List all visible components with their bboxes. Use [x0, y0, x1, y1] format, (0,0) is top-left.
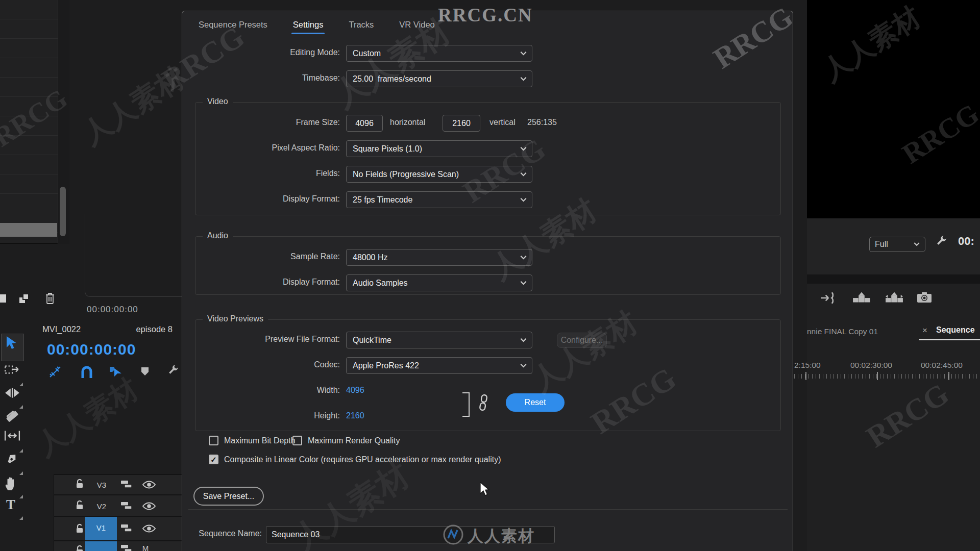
- timeline-tab-inactive[interactable]: nnie FINAL Copy 01: [807, 327, 878, 336]
- eye-icon[interactable]: [142, 524, 156, 535]
- selected-list-row[interactable]: [0, 223, 57, 237]
- fields-value: No Fields (Progressive Scan): [353, 170, 459, 179]
- link-bracket: [462, 392, 470, 417]
- close-icon[interactable]: ×: [922, 325, 927, 336]
- project-list-panel: [0, 0, 69, 244]
- track-targeting-icon[interactable]: [120, 544, 134, 551]
- zoom-level-select[interactable]: Full: [869, 237, 925, 252]
- editing-mode-value: Custom: [353, 49, 381, 58]
- sequence-settings-dialog: Sequence Presets Settings Tracks VR Vide…: [182, 11, 793, 551]
- new-item-icon[interactable]: [18, 293, 30, 307]
- codec-label: Codec:: [194, 360, 340, 369]
- lock-icon[interactable]: [75, 523, 85, 536]
- ripple-edit-tool[interactable]: [4, 387, 20, 401]
- pen-tool[interactable]: [4, 452, 18, 469]
- chevron-down-icon: [914, 242, 920, 246]
- ruler-label: 00:02:45:00: [921, 361, 963, 370]
- timeline-ruler[interactable]: [794, 374, 980, 379]
- slip-tool[interactable]: [4, 430, 20, 444]
- track-mute-button[interactable]: M: [138, 544, 153, 551]
- track-divider: [54, 540, 182, 541]
- selection-tool[interactable]: [4, 336, 18, 353]
- frame-width-input[interactable]: 4096: [346, 115, 383, 132]
- video-group-title: Video: [203, 97, 233, 106]
- max-bit-depth-checkbox[interactable]: [209, 436, 218, 445]
- track-targeting-icon[interactable]: [120, 480, 134, 491]
- eye-icon[interactable]: [142, 480, 156, 491]
- type-tool[interactable]: T: [6, 497, 15, 513]
- reset-button[interactable]: Reset: [506, 393, 565, 412]
- preview-file-format-select[interactable]: QuickTime: [346, 332, 532, 348]
- composite-linear-label: Composite in Linear Color (requires GPU …: [224, 455, 501, 464]
- timeline-panel: [807, 284, 980, 551]
- program-timecode: 00:: [958, 235, 974, 248]
- panel-separator: [807, 274, 980, 284]
- sample-rate-select[interactable]: 48000 Hz: [346, 249, 532, 266]
- tab-settings[interactable]: Settings: [293, 20, 324, 34]
- preview-height-value[interactable]: 2160: [346, 411, 364, 420]
- lock-icon[interactable]: [75, 479, 85, 491]
- timeline-settings-wrench-icon[interactable]: [166, 364, 180, 380]
- settings-wrench-icon[interactable]: [935, 235, 948, 251]
- ruler-major-tick: [948, 372, 949, 380]
- tab-vr-video[interactable]: VR Video: [399, 20, 434, 34]
- audio-group-title: Audio: [203, 231, 233, 240]
- max-render-quality-label: Maximum Render Quality: [308, 436, 400, 445]
- panel-edge: [85, 214, 183, 297]
- watermark: 人人素材: [29, 370, 146, 465]
- track-select-forward-tool[interactable]: [4, 363, 20, 379]
- track-targeting-icon[interactable]: [120, 501, 134, 512]
- lift-icon[interactable]: [852, 291, 871, 306]
- lock-icon[interactable]: [75, 545, 85, 551]
- track-label-v2[interactable]: V2: [86, 502, 117, 511]
- track-label-v1: V1: [85, 523, 117, 532]
- composite-linear-checkbox[interactable]: ✓: [209, 455, 218, 464]
- timebase-select[interactable]: 25.00 frames/second: [346, 70, 532, 87]
- insert-icon[interactable]: [820, 291, 836, 307]
- tool-flyout-indicator: [19, 516, 23, 520]
- linked-selection-icon[interactable]: [109, 365, 123, 380]
- track-target-a1[interactable]: [85, 541, 117, 551]
- max-render-quality-checkbox[interactable]: [292, 436, 302, 445]
- extract-icon[interactable]: [885, 291, 903, 306]
- trash-icon[interactable]: [44, 292, 56, 307]
- video-display-format-select[interactable]: 25 fps Timecode: [346, 191, 532, 208]
- editing-mode-select[interactable]: Custom: [346, 45, 532, 62]
- video-previews-title: Video Previews: [203, 314, 268, 323]
- scrollbar-track[interactable]: [58, 0, 69, 244]
- magnet-icon[interactable]: [81, 365, 93, 381]
- link-chain-icon[interactable]: [478, 394, 488, 413]
- timeline-tab-active[interactable]: Sequence: [936, 325, 975, 335]
- aspect-ratio-value: 256:135: [527, 118, 557, 127]
- timebase-value: 25.00 frames/second: [353, 74, 431, 84]
- sequence-name-label: Sequence Name:: [185, 529, 262, 538]
- chevron-down-icon: [520, 364, 527, 368]
- eye-icon[interactable]: [142, 502, 156, 513]
- tab-tracks[interactable]: Tracks: [349, 20, 374, 34]
- dialog-divider: [188, 509, 788, 510]
- timebase-label: Timebase:: [194, 73, 340, 83]
- configure-button[interactable]: Configure...: [557, 333, 607, 348]
- export-frame-camera-icon[interactable]: [917, 291, 932, 306]
- preview-width-value[interactable]: 4096: [346, 386, 364, 395]
- clip-icon[interactable]: [0, 294, 6, 303]
- track-label-v3[interactable]: V3: [86, 481, 117, 489]
- audio-display-format-select[interactable]: Audio Samples: [346, 274, 532, 291]
- fields-select[interactable]: No Fields (Progressive Scan): [346, 166, 532, 183]
- playhead-timecode[interactable]: 00:00:00:00: [47, 341, 136, 358]
- marker-icon[interactable]: [140, 366, 150, 379]
- scrollbar-thumb[interactable]: [60, 187, 66, 236]
- snap-icon[interactable]: [48, 365, 62, 381]
- save-preset-button[interactable]: Save Preset...: [193, 487, 264, 506]
- hand-tool[interactable]: [4, 475, 18, 493]
- track-targeting-icon[interactable]: [120, 523, 134, 535]
- premiere-app-window: 00:00:00:00 MVI_0022 episode 8 00:00:00:…: [0, 0, 980, 551]
- codec-select[interactable]: Apple ProRes 422: [346, 357, 532, 374]
- razor-tool[interactable]: [4, 408, 19, 425]
- track-target-v1[interactable]: V1: [85, 517, 117, 540]
- chevron-down-icon: [520, 338, 527, 342]
- frame-height-input[interactable]: 2160: [443, 115, 480, 132]
- lock-icon[interactable]: [75, 500, 85, 512]
- tab-sequence-presets[interactable]: Sequence Presets: [199, 20, 267, 34]
- pixel-aspect-select[interactable]: Square Pixels (1.0): [346, 140, 532, 157]
